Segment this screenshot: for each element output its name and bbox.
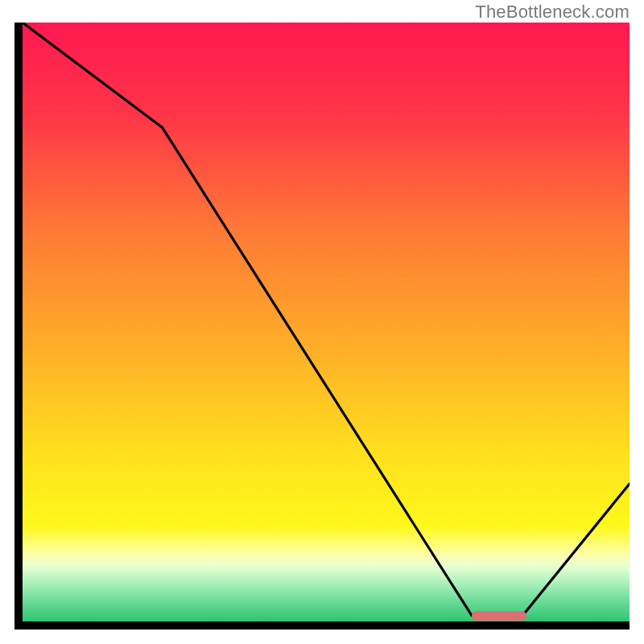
plot-area (23, 23, 630, 621)
optimal-range-marker (472, 611, 526, 621)
watermark-text: TheBottleneck.com (475, 2, 630, 23)
chart-svg (23, 23, 630, 621)
gradient-background (23, 23, 630, 621)
